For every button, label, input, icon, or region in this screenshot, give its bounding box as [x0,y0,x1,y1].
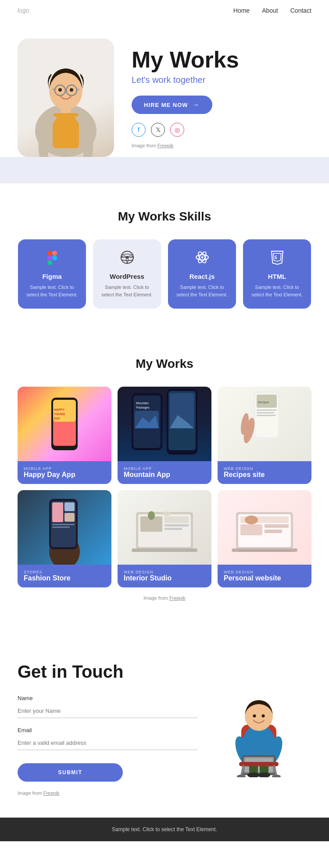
phone-mockup-happy-day: HAPPY YOUNG DAY [47,395,82,452]
email-input[interactable] [18,736,197,750]
svg-point-78 [262,714,265,717]
svg-rect-1 [53,113,79,148]
arrow-icon: → [193,101,200,109]
work-name-interior: Interior Studio [124,574,205,582]
freepik-link-hero[interactable]: Freepik [157,143,174,148]
work-overlay-mountain: MOBILE APP Mountain App [118,461,211,484]
contact-person-svg [215,681,303,777]
skill-reactjs: React.js Sample text. Click to select th… [168,239,236,309]
nav-logo: logo [18,7,29,14]
skill-figma: Figma Sample text. Click to select the T… [18,239,86,309]
nav-home[interactable]: Home [233,7,250,14]
footer: Sample text. Click to select the Text El… [0,818,329,841]
svg-text:HAPPY: HAPPY [54,408,64,411]
svg-rect-59 [164,524,189,526]
svg-rect-43 [257,412,274,413]
svg-text:Mountain: Mountain [136,402,149,405]
work-image-recipes: Recipes [218,387,311,461]
hero-person-illustration [22,43,110,157]
works-title: My Works [18,357,311,371]
name-label: Name [18,695,197,701]
contact-image-credit: Image from Freepik [18,790,197,796]
svg-rect-58 [164,516,189,523]
svg-text:5: 5 [275,255,277,260]
work-card-interior[interactable]: WEB DESIGN Interior Studio [118,490,211,587]
wordpress-icon [100,250,154,268]
contact-illustration [206,662,311,796]
freepik-link-works[interactable]: Freepik [169,595,186,601]
hero-subtitle: Let's work together [132,75,311,85]
work-name-recipes: Recipes site [224,471,305,479]
svg-rect-14 [47,260,52,265]
svg-rect-44 [257,415,276,416]
twitter-icon[interactable]: 𝕏 [151,123,165,137]
hero-band [0,157,329,183]
fashion-mockup [32,490,97,565]
skills-grid: Figma Sample text. Click to select the T… [18,239,311,309]
svg-text:Recipes: Recipes [258,401,269,404]
contact-title: Get in Touch [18,662,197,682]
social-icons: f 𝕏 ◎ [132,123,311,137]
work-name-mountain: Mountain App [124,471,205,479]
figma-icon [25,250,79,268]
svg-rect-68 [240,524,262,535]
work-name-happy-day: Happy Day App [24,471,105,479]
hire-me-button[interactable]: HIRE ME NOW → [132,96,212,114]
freepik-link-contact[interactable]: Freepik [43,790,60,796]
work-category-fashion: STORES [24,570,105,574]
svg-point-77 [253,714,256,717]
work-card-personal[interactable]: WEB DESIGN Personal website [218,490,311,587]
svg-rect-73 [238,550,291,552]
reactjs-desc: Sample text. Click to select the Text El… [175,284,229,298]
svg-rect-50 [52,502,63,522]
skill-html: 5 HTML Sample text. Click to select the … [243,239,311,309]
svg-point-22 [201,256,203,259]
hero-image [18,39,114,157]
work-card-happy-day[interactable]: HAPPY YOUNG DAY MOBILE APP Happy Day App [18,387,111,484]
name-input[interactable] [18,704,197,718]
contact-form-area: Get in Touch Name Email SUBMIT Image fro… [18,662,197,796]
work-card-fashion[interactable]: STORES Fashion Store [18,490,111,587]
work-image-fashion [18,490,111,565]
work-card-recipes[interactable]: Recipes WEB DEISGN Recipes site [218,387,311,484]
work-category-recipes: WEB DEISGN [224,466,305,471]
recipes-mockup: Recipes [238,387,291,461]
mountain-mockup: Mountain Packages [129,387,200,461]
facebook-icon[interactable]: f [132,123,146,137]
svg-point-10 [70,88,73,92]
nav-contact[interactable]: Contact [290,7,311,14]
svg-rect-53 [52,524,75,525]
svg-text:Packages: Packages [136,406,150,409]
svg-rect-52 [64,513,75,522]
svg-rect-69 [265,524,289,528]
work-name-fashion: Fashion Store [24,574,105,582]
work-overlay-interior: WEB DESIGN Interior Studio [118,565,211,587]
svg-point-15 [52,256,57,260]
footer-text: Sample text. Click to select the Text El… [112,826,217,832]
svg-rect-51 [64,502,75,511]
contact-section: Get in Touch Name Email SUBMIT Image fro… [0,636,329,818]
nav-about[interactable]: About [262,7,278,14]
skill-wordpress: WordPress Sample text. Click to select t… [93,239,161,309]
instagram-icon[interactable]: ◎ [170,123,184,137]
work-overlay-fashion: STORES Fashion Store [18,565,111,587]
svg-rect-70 [265,530,282,533]
wordpress-name: WordPress [100,273,154,280]
email-label: Email [18,727,197,733]
svg-rect-54 [52,526,70,528]
email-field-group: Email [18,727,197,750]
svg-point-63 [148,511,155,520]
hero-section: My Works Let's work together HIRE ME NOW… [0,21,329,170]
work-image-happy-day: HAPPY YOUNG DAY [18,387,111,461]
react-icon [175,250,229,268]
svg-rect-11 [47,251,52,256]
svg-point-62 [162,512,171,516]
submit-button[interactable]: SUBMIT [18,763,123,782]
work-image-interior [118,490,211,565]
reactjs-name: React.js [175,273,229,280]
work-category-interior: WEB DESIGN [124,570,205,574]
interior-mockup [129,490,200,565]
work-card-mountain[interactable]: Mountain Packages MOBILE APP Mountain Ap… [118,387,211,484]
nav-links: Home About Contact [233,7,311,14]
svg-point-71 [245,516,258,524]
